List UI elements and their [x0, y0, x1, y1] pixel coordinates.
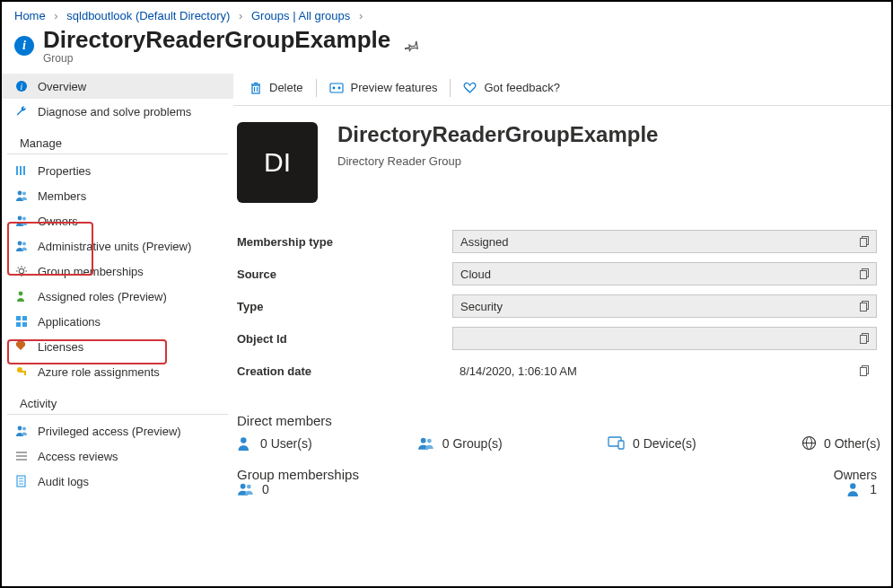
- stat-devices[interactable]: 0 Device(s): [608, 435, 696, 451]
- heart-icon: [463, 82, 477, 94]
- svg-text:i: i: [21, 82, 23, 92]
- copy-icon[interactable]: [854, 295, 876, 317]
- sidebar-item-overview[interactable]: i Overview: [2, 74, 233, 99]
- stat-value: 1: [870, 482, 877, 496]
- prop-label-creation-date: Creation date: [237, 364, 452, 378]
- svg-rect-23: [16, 322, 21, 327]
- copy-icon[interactable]: [854, 263, 876, 285]
- svg-line-17: [24, 274, 25, 275]
- entity-summary: DI DirectoryReaderGroupExample Directory…: [233, 106, 891, 217]
- people-icon: [14, 239, 29, 253]
- toolbar-label: Got feedback?: [484, 81, 560, 94]
- sidebar-item-privileged[interactable]: Privileged access (Preview): [2, 418, 233, 443]
- entity-name: DirectoryReaderGroupExample: [337, 122, 658, 147]
- breadcrumb-item-home[interactable]: Home: [14, 9, 46, 22]
- sidebar-item-label: Overview: [38, 80, 86, 93]
- chevron-right-icon: ›: [54, 9, 57, 22]
- stat-group-memberships[interactable]: 0: [237, 482, 269, 496]
- svg-point-65: [850, 483, 855, 488]
- sidebar-item-label: Owners: [38, 215, 78, 228]
- sidebar: « i Overview Diagnose and solve problems…: [2, 70, 233, 577]
- direct-members-heading: Direct members: [237, 413, 888, 428]
- main-content: Delete Preview features Got feedback?: [233, 70, 891, 577]
- svg-point-29: [22, 426, 26, 430]
- svg-rect-37: [252, 85, 259, 93]
- license-icon: [14, 339, 29, 354]
- chevron-right-icon: ›: [359, 9, 363, 22]
- svg-line-16: [18, 268, 19, 268]
- delete-button[interactable]: Delete: [237, 77, 316, 98]
- stat-groups[interactable]: 0 Group(s): [417, 435, 503, 451]
- chevron-right-icon: ›: [239, 9, 242, 22]
- svg-rect-42: [330, 83, 343, 92]
- svg-rect-22: [22, 316, 27, 320]
- sidebar-item-label: Properties: [38, 164, 91, 178]
- svg-point-63: [241, 484, 246, 489]
- breadcrumb-item-groups[interactable]: Groups | All groups: [251, 9, 350, 22]
- stat-value: 0 Other(s): [824, 436, 880, 451]
- info-icon: i: [14, 36, 34, 56]
- svg-point-56: [421, 437, 426, 443]
- svg-point-43: [332, 86, 335, 89]
- pin-icon[interactable]: [405, 39, 419, 53]
- sidebar-item-assigned-roles[interactable]: Assigned roles (Preview): [2, 284, 233, 309]
- people-icon: [14, 424, 29, 438]
- prop-label-membership-type: Membership type: [237, 235, 452, 249]
- svg-rect-21: [16, 316, 21, 320]
- svg-rect-46: [861, 238, 867, 246]
- copy-icon[interactable]: [854, 328, 876, 349]
- svg-rect-24: [22, 322, 27, 327]
- svg-point-7: [17, 216, 22, 221]
- preview-features-button[interactable]: Preview features: [317, 77, 451, 98]
- svg-rect-27: [24, 373, 26, 375]
- sidebar-item-label: Applications: [38, 315, 101, 329]
- svg-point-64: [247, 485, 251, 489]
- feedback-button[interactable]: Got feedback?: [451, 77, 573, 98]
- membership-type-field[interactable]: [452, 230, 877, 253]
- person-icon: [237, 436, 253, 451]
- sidebar-item-licenses[interactable]: Licenses: [2, 334, 233, 359]
- svg-rect-52: [861, 335, 867, 343]
- sidebar-item-group-memberships[interactable]: Group memberships: [2, 259, 233, 284]
- toolbar-label: Delete: [269, 81, 303, 94]
- svg-rect-26: [21, 371, 26, 373]
- sidebar-item-label: Licenses: [38, 340, 83, 354]
- breadcrumb: Home › sqldboutlook (Default Directory) …: [2, 2, 891, 26]
- svg-rect-48: [861, 270, 867, 278]
- copy-icon[interactable]: [854, 360, 876, 382]
- copy-icon[interactable]: [854, 231, 876, 252]
- toolbar: Delete Preview features Got feedback?: [233, 70, 891, 106]
- sidebar-item-label: Group memberships: [38, 265, 144, 278]
- object-id-field[interactable]: [452, 327, 877, 350]
- type-field[interactable]: [452, 294, 877, 318]
- sidebar-item-owners[interactable]: Owners: [2, 208, 233, 233]
- prop-label-source: Source: [237, 268, 452, 281]
- sidebar-heading-activity: Activity: [7, 388, 228, 415]
- svg-rect-4: [23, 166, 25, 175]
- sidebar-item-audit-logs[interactable]: Audit logs: [2, 469, 233, 494]
- stat-others[interactable]: 0 Other(s): [801, 435, 880, 451]
- people-icon: [417, 436, 435, 451]
- list-icon: [14, 449, 29, 463]
- gear-icon: [14, 264, 29, 278]
- entity-description: Directory Reader Group: [337, 154, 658, 168]
- svg-rect-59: [618, 441, 624, 449]
- sidebar-item-properties[interactable]: Properties: [2, 158, 233, 183]
- source-field[interactable]: [452, 262, 877, 285]
- people-icon: [14, 189, 29, 203]
- creation-date-field[interactable]: 8/14/2020, 1:06:10 AM: [452, 359, 877, 382]
- apps-icon: [14, 314, 29, 329]
- sidebar-item-members[interactable]: Members: [2, 183, 233, 208]
- svg-line-18: [18, 274, 19, 275]
- stat-users[interactable]: 0 User(s): [237, 435, 312, 451]
- sidebar-item-diagnose[interactable]: Diagnose and solve problems: [2, 99, 233, 124]
- stat-value: 0 Group(s): [442, 436, 503, 451]
- sidebar-item-azure-roles[interactable]: Azure role assignments: [2, 359, 233, 384]
- stat-value: 0 User(s): [260, 436, 312, 451]
- sidebar-item-access-reviews[interactable]: Access reviews: [2, 443, 233, 469]
- breadcrumb-item-directory[interactable]: sqldboutlook (Default Directory): [66, 9, 230, 22]
- stat-owners[interactable]: 1: [846, 482, 877, 496]
- sidebar-item-admin-units[interactable]: Administrative units (Preview): [2, 233, 233, 259]
- sidebar-item-label: Azure role assignments: [38, 365, 160, 379]
- sidebar-item-applications[interactable]: Applications: [2, 309, 233, 334]
